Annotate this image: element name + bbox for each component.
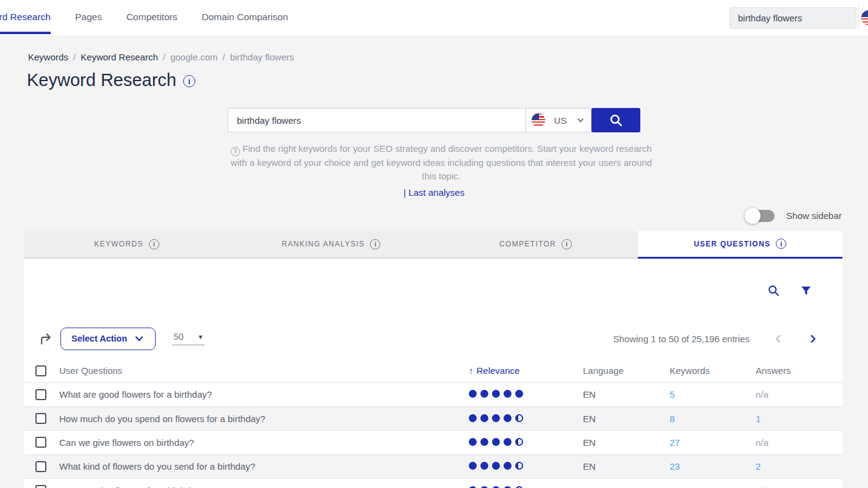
nav-item-pages[interactable]: Pages (75, 0, 102, 35)
nav-item-keyword-research[interactable]: Keyword Research (0, 0, 51, 35)
keywords-count-link[interactable]: 27 (670, 437, 680, 448)
keywords-count-link[interactable]: 8 (670, 414, 675, 424)
breadcrumb-item-keyword-research[interactable]: Keyword Research (81, 52, 158, 62)
table-search-icon[interactable] (767, 284, 780, 297)
answers-cell: 1 (756, 414, 842, 424)
last-analyses: | Last analyses (228, 187, 640, 198)
keywords-cell: 8 (670, 414, 756, 424)
tab-ranking-analysis[interactable]: RANKING ANALYSISi (229, 231, 433, 259)
relevance-dot (480, 390, 488, 398)
nav-item-competitors[interactable]: Competitors (126, 0, 178, 35)
prev-page-button[interactable] (773, 334, 784, 344)
search-button[interactable] (591, 108, 640, 132)
tab-user-questions[interactable]: USER QUESTIONSi (638, 231, 842, 259)
relevance-cell (469, 389, 583, 400)
last-analyses-link[interactable]: Last analyses (408, 187, 465, 198)
answers-cell: n/a (756, 437, 842, 448)
info-icon[interactable]: i (183, 75, 195, 87)
breadcrumb-item-google.com[interactable]: google.com (170, 52, 218, 62)
table-body: What are good flowers for a birthday?EN5… (24, 383, 842, 488)
row-checkbox[interactable] (35, 485, 46, 488)
last-analyses-prefix: | (403, 187, 406, 198)
show-sidebar-toggle[interactable] (747, 210, 775, 222)
relevance-dot (480, 414, 488, 422)
chevron-down-icon (134, 333, 145, 344)
header-relevance-sort[interactable]: ↑ Relevance (469, 365, 519, 376)
relevance-dot (504, 438, 512, 446)
answers-value[interactable]: 1 (756, 414, 761, 424)
relevance-cell (469, 414, 583, 424)
question-text: What kind of flowers do you send for a b… (59, 461, 469, 472)
results-panel: KEYWORDSiRANKING ANALYSISiCOMPETITORiUSE… (24, 231, 842, 488)
topbar-search-input[interactable] (729, 7, 856, 29)
header-user-questions: User Questions (59, 365, 469, 376)
answers-value: n/a (756, 389, 769, 400)
row-check-cell (24, 461, 59, 472)
filter-icon[interactable] (800, 285, 812, 296)
next-page-button[interactable] (808, 334, 818, 344)
tab-competitor[interactable]: COMPETITORi (433, 231, 638, 259)
language-cell: EN (583, 414, 670, 424)
table-row: What kind of flowers do you send for a b… (24, 455, 842, 479)
search-description: iFind the right keywords for your SEO st… (228, 142, 655, 183)
question-text: Can we give flowers on birthday? (59, 437, 469, 448)
page-title-text: Keyword Research (27, 70, 176, 90)
info-icon: i (370, 239, 380, 249)
breadcrumb-separator: / (73, 52, 76, 62)
question-text: Can you give flowers for a birthday? (59, 486, 469, 488)
relevance-dot (469, 414, 477, 422)
relevance-dot (504, 414, 512, 422)
language-cell: EN (583, 461, 670, 472)
nav-item-domain-comparison[interactable]: Domain Comparison (201, 0, 288, 35)
keyword-input[interactable] (228, 108, 526, 132)
sidebar-toggle-row: Show sidebar (0, 210, 842, 222)
row-check-cell (24, 485, 59, 488)
chevron-down-icon (576, 115, 585, 125)
tab-label: COMPETITOR (499, 240, 556, 248)
relevance-dot (480, 438, 488, 446)
row-checkbox[interactable] (35, 437, 46, 448)
tab-label: RANKING ANALYSIS (282, 240, 365, 248)
relevance-cell (469, 486, 583, 488)
keyword-search-form: US (228, 108, 640, 132)
relevance-dot (515, 390, 523, 398)
relevance-dot (504, 390, 512, 398)
export-icon[interactable] (38, 331, 54, 346)
relevance-dot (469, 438, 477, 446)
relevance-dot (515, 462, 523, 470)
sort-arrow-icon: ↑ (469, 365, 474, 376)
relevance-dot (492, 414, 500, 422)
row-checkbox[interactable] (35, 389, 46, 400)
breadcrumb-item-keywords[interactable]: Keywords (28, 52, 68, 62)
table-tools (24, 259, 842, 297)
select-all-checkbox[interactable] (35, 365, 46, 376)
tab-label: USER QUESTIONS (694, 240, 771, 248)
keywords-count-link[interactable]: 13 (670, 486, 680, 488)
relevance-dot (492, 438, 500, 446)
relevance-dots (469, 414, 523, 422)
topbar: Keyword ResearchPagesCompetitorsDomain C… (0, 0, 868, 35)
row-check-cell (24, 389, 59, 400)
keyword-search-area: US iFind the right keywords for your SEO… (228, 108, 640, 198)
topbar-divider (858, 5, 859, 30)
page-content: Keywords/Keyword Research/google.com/bir… (0, 35, 868, 488)
select-action-button[interactable]: Select Action (60, 328, 156, 350)
page-title: Keyword Research i (27, 70, 868, 90)
answers-cell: n/a (756, 389, 842, 400)
keywords-count-link[interactable]: 5 (670, 389, 675, 400)
answers-value[interactable]: 2 (756, 461, 761, 472)
breadcrumb-item-birthday-flowers[interactable]: birthday flowers (230, 52, 294, 62)
relevance-dot (515, 438, 523, 446)
relevance-dot (469, 390, 477, 398)
relevance-dot (515, 414, 523, 422)
keywords-count-link[interactable]: 23 (670, 461, 680, 472)
country-select[interactable]: US (526, 108, 591, 132)
us-flag-icon[interactable] (861, 10, 868, 25)
tab-keywords[interactable]: KEYWORDSi (24, 231, 229, 259)
relevance-dot (504, 462, 512, 470)
row-checkbox[interactable] (35, 413, 46, 424)
row-checkbox[interactable] (35, 461, 46, 472)
info-icon: i (149, 239, 159, 249)
page-size-select[interactable]: 50 ▼ (172, 332, 204, 345)
language-cell: EN (583, 389, 670, 400)
